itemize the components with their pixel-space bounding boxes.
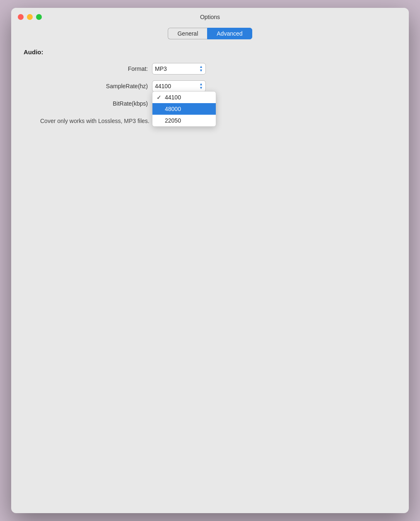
minimize-button[interactable] [27,14,33,20]
format-spinner[interactable]: ▲ ▼ [199,65,203,72]
dropdown-item-22050-label: 22050 [165,117,181,124]
window-title: Options [200,14,220,20]
bitrate-label: BitRate(kbps) [32,100,148,107]
samplerate-spinner[interactable]: ▲ ▼ [199,82,203,90]
format-row: Format: MP3 ▲ ▼ [32,63,396,75]
cover-note: Cover only works with Lossless, MP3 file… [40,118,396,124]
tab-advanced[interactable]: Advanced [207,28,252,39]
tabs-row: General Advanced [11,26,409,44]
form-rows: Format: MP3 ▲ ▼ SampleRate(hz) 44100 ▲ ▼ [32,63,396,124]
dropdown-item-44100[interactable]: 44100 [152,92,216,103]
format-value: MP3 [155,65,199,72]
format-label: Format: [32,65,148,72]
dropdown-item-48000-label: 48000 [165,106,181,112]
dropdown-item-48000[interactable]: 48000 [152,103,216,115]
close-button[interactable] [18,14,24,20]
options-window: Options General Advanced Audio: Format: … [11,8,409,513]
samplerate-row: SampleRate(hz) 44100 ▲ ▼ 44100 48000 [32,80,396,92]
dropdown-item-22050[interactable]: 22050 [152,115,216,126]
audio-section-label: Audio: [24,48,396,55]
content-area: Audio: Format: MP3 ▲ ▼ SampleRate(hz) 44… [11,44,409,513]
dropdown-item-44100-label: 44100 [165,94,181,101]
title-bar: Options [11,8,409,26]
format-control[interactable]: MP3 ▲ ▼ [152,63,206,75]
samplerate-control[interactable]: 44100 ▲ ▼ [152,80,206,92]
samplerate-spinner-down-icon: ▼ [199,86,203,90]
spinner-down-icon: ▼ [199,69,203,72]
samplerate-label: SampleRate(hz) [32,83,148,89]
maximize-button[interactable] [36,14,42,20]
samplerate-value: 44100 [155,83,199,89]
traffic-lights [18,14,42,20]
tab-general[interactable]: General [168,28,207,39]
samplerate-dropdown: 44100 48000 22050 [152,91,216,127]
